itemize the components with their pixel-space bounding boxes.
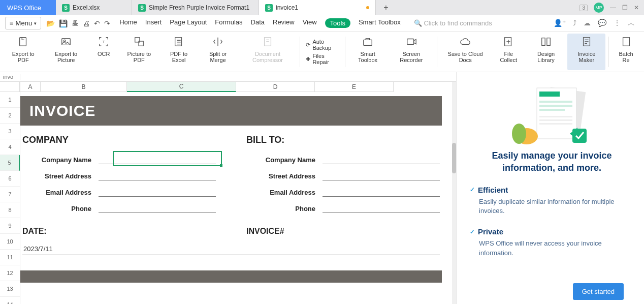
- row-header[interactable]: 5: [0, 155, 20, 171]
- menu-page-layout[interactable]: Page Layout: [170, 18, 207, 28]
- brand-tab[interactable]: WPS Office: [0, 0, 56, 15]
- row-header[interactable]: 2: [0, 108, 20, 124]
- spreadsheet-icon: S: [265, 4, 273, 12]
- file-collect-button[interactable]: File Collect: [493, 34, 525, 70]
- screen-recorder-button[interactable]: Screen Recorder: [389, 34, 433, 70]
- row-header[interactable]: 10: [0, 234, 20, 250]
- collapse-ribbon-icon[interactable]: ︿: [628, 19, 635, 28]
- menu-smart-toolbox[interactable]: Smart Toolbox: [359, 18, 401, 28]
- doc-tab-0[interactable]: S Excel.xlsx: [56, 0, 132, 15]
- batch-icon: [621, 36, 632, 47]
- menu-home[interactable]: Home: [119, 18, 137, 28]
- panel-feature-private: Private WPS Office will never access you…: [470, 227, 634, 258]
- undo-icon[interactable]: ↶: [94, 19, 100, 27]
- file-collect-icon: [503, 36, 514, 47]
- column-headers: ABCDE: [20, 82, 452, 92]
- cloud-icon[interactable]: ☁: [584, 19, 591, 28]
- select-all-corner[interactable]: [0, 82, 20, 92]
- invoice-maker-button[interactable]: Invoice Maker: [567, 34, 605, 70]
- field-input-line[interactable]: [323, 188, 440, 197]
- column-header[interactable]: D: [236, 82, 315, 92]
- row-header[interactable]: 4: [0, 139, 20, 155]
- menu-insert[interactable]: Insert: [145, 18, 162, 28]
- split-or-merge-button[interactable]: Split or Merge: [199, 34, 237, 70]
- design-library-button[interactable]: Design Library: [527, 34, 566, 70]
- save-to-cloud-button[interactable]: Save to Cloud Docs: [440, 34, 490, 70]
- pdf-to-excel-button[interactable]: PDF to Excel: [161, 34, 197, 70]
- spreadsheet-icon: S: [62, 4, 70, 12]
- redo-icon[interactable]: ↷: [104, 19, 110, 27]
- feedback-icon[interactable]: 💬: [598, 19, 606, 28]
- export-icon[interactable]: ⤴: [573, 19, 576, 28]
- field-input-line[interactable]: [99, 204, 216, 213]
- get-started-button[interactable]: Get started: [573, 283, 624, 300]
- row-header[interactable]: 13: [0, 281, 20, 297]
- name-box[interactable]: invo: [0, 74, 20, 80]
- doc-tab-2[interactable]: S invoice1: [259, 0, 376, 15]
- menu-data[interactable]: Data: [251, 18, 265, 28]
- svg-rect-24: [572, 129, 587, 143]
- field-input-line[interactable]: [323, 204, 440, 213]
- smart-toolbox-button[interactable]: Smart Toolbox: [348, 34, 387, 70]
- field-input-line[interactable]: [99, 188, 216, 197]
- command-search[interactable]: 🔍 Click to find commands: [414, 19, 551, 27]
- export-to-picture-button[interactable]: Export to Picture: [44, 34, 88, 70]
- column-header[interactable]: C: [127, 82, 236, 92]
- svg-rect-18: [539, 101, 572, 103]
- picture-to-pdf-button[interactable]: Picture to PDF: [119, 34, 158, 70]
- field-input-line[interactable]: [99, 171, 216, 180]
- window-count-badge[interactable]: 3: [579, 5, 588, 11]
- row-header[interactable]: 1: [0, 92, 20, 108]
- row-header[interactable]: 14: [0, 297, 20, 304]
- close-icon[interactable]: ✕: [634, 4, 639, 11]
- grid-wrap[interactable]: ABCDE INVOICE COMPANY Company NameStreet…: [20, 82, 452, 304]
- batch-rename-button[interactable]: Batch Re: [612, 34, 640, 70]
- column-header[interactable]: E: [315, 82, 394, 92]
- avatar[interactable]: MP: [594, 3, 604, 13]
- toolbox-icon: [362, 36, 373, 47]
- column-header[interactable]: A: [20, 82, 41, 92]
- share-icon[interactable]: 👤⁺: [554, 19, 566, 28]
- print-icon[interactable]: 🖶: [72, 19, 79, 27]
- svg-rect-0: [19, 38, 26, 46]
- maximize-icon[interactable]: ❐: [622, 4, 628, 11]
- app-menu-button[interactable]: ≡ Menu ▾: [5, 17, 41, 29]
- ocr-icon: T: [98, 36, 109, 47]
- row-header[interactable]: 7: [0, 187, 20, 202]
- svg-rect-14: [623, 38, 629, 46]
- invoice-field: Street Address: [246, 168, 440, 184]
- menu-tools[interactable]: Tools: [325, 18, 350, 28]
- field-input-line[interactable]: [323, 155, 440, 164]
- more-icon[interactable]: ⋮: [614, 19, 621, 28]
- ribbon-label: File Collect: [497, 51, 521, 63]
- vertical-scrollbar[interactable]: [452, 82, 456, 304]
- doc-tab-1[interactable]: S Simple Fresh Purple Invoice Format1: [132, 0, 259, 15]
- row-header[interactable]: 12: [0, 265, 20, 281]
- scroll-thumb[interactable]: [452, 143, 456, 173]
- export-to-pdf-button[interactable]: Export to PDF: [4, 34, 42, 70]
- field-input-line[interactable]: [99, 155, 216, 164]
- svg-rect-12: [547, 38, 550, 46]
- row-header[interactable]: 9: [0, 218, 20, 234]
- menu-formulas[interactable]: Formulas: [215, 18, 242, 28]
- files-repair-button[interactable]: ✚ Files Repair: [306, 53, 339, 65]
- row-header[interactable]: 11: [0, 250, 20, 265]
- row-header[interactable]: 8: [0, 202, 20, 218]
- menu-review[interactable]: Review: [273, 18, 295, 28]
- feature-title: Private: [470, 227, 634, 236]
- auto-backup-button[interactable]: ⟳ Auto Backup: [306, 39, 339, 51]
- invoice-table-header-band: [20, 270, 442, 283]
- ocr-button[interactable]: TOCR: [90, 34, 117, 70]
- menu-view[interactable]: View: [303, 18, 317, 28]
- field-input-line[interactable]: [323, 171, 440, 180]
- print-preview-icon[interactable]: 🖨: [83, 19, 90, 27]
- ribbon-label: Save to Cloud Docs: [444, 51, 486, 63]
- column-header[interactable]: B: [41, 82, 127, 92]
- save-icon[interactable]: 💾: [59, 19, 68, 27]
- open-icon[interactable]: 📂: [46, 19, 55, 27]
- new-tab-button[interactable]: +: [376, 0, 396, 15]
- svg-text:T: T: [103, 40, 105, 44]
- row-header[interactable]: 6: [0, 171, 20, 187]
- minimize-icon[interactable]: —: [610, 4, 616, 11]
- row-header[interactable]: 3: [0, 124, 20, 139]
